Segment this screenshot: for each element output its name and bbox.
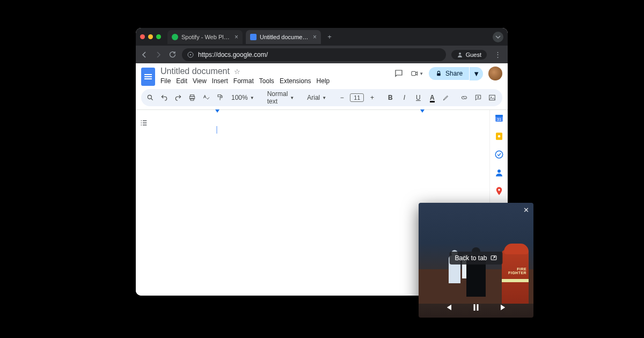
comment-history-button[interactable] xyxy=(392,67,405,80)
share-button[interactable]: Share xyxy=(429,67,469,80)
ruler-indent-right-icon[interactable] xyxy=(420,109,425,113)
spotify-favicon-icon xyxy=(172,34,178,40)
profile-button[interactable]: Guest xyxy=(451,50,487,60)
italic-button[interactable]: I xyxy=(398,91,410,104)
decrease-font-button[interactable]: − xyxy=(336,91,348,104)
style-dropdown[interactable]: Normal text▼ xyxy=(264,90,298,105)
omnibox[interactable]: https://docs.google.com/ xyxy=(182,48,446,61)
menu-format[interactable]: Format xyxy=(233,77,254,85)
meet-button[interactable]: ▼ xyxy=(411,67,423,80)
pause-button[interactable] xyxy=(471,303,481,312)
insert-image-button[interactable] xyxy=(486,91,498,104)
docs-toolbar: 100%▼ Normal text▼ Arial▼ − 11 + B I U A… xyxy=(141,89,502,106)
spellcheck-button[interactable] xyxy=(200,91,212,104)
redo-button[interactable] xyxy=(172,91,184,104)
svg-rect-1 xyxy=(190,54,191,55)
tab-docs[interactable]: Untitled document - Google D × xyxy=(246,30,321,44)
bold-button[interactable]: B xyxy=(384,91,396,104)
font-size-input[interactable]: 11 xyxy=(350,93,364,102)
guest-icon xyxy=(457,52,463,58)
text-cursor xyxy=(216,126,217,134)
keep-sidebar-icon[interactable] xyxy=(494,131,504,141)
account-avatar[interactable] xyxy=(488,67,502,80)
paint-format-button[interactable] xyxy=(214,91,226,104)
maximize-window-button[interactable] xyxy=(156,34,161,39)
svg-rect-10 xyxy=(489,95,495,100)
firefighter-text: FIRE FIGHTER xyxy=(508,267,526,275)
menu-help[interactable]: Help xyxy=(317,77,330,85)
text-color-button[interactable]: A xyxy=(426,91,438,104)
share-dropdown-button[interactable]: ▼ xyxy=(470,67,483,80)
svg-point-19 xyxy=(498,189,500,191)
show-outline-button[interactable] xyxy=(140,119,148,296)
back-button[interactable] xyxy=(140,51,149,58)
window-controls xyxy=(140,34,161,39)
guest-label: Guest xyxy=(466,52,481,58)
svg-rect-25 xyxy=(477,304,479,311)
print-button[interactable] xyxy=(186,91,198,104)
tasks-sidebar-icon[interactable] xyxy=(494,150,504,159)
add-comment-button[interactable] xyxy=(472,91,484,104)
docs-favicon-icon xyxy=(250,34,257,40)
search-menus-button[interactable] xyxy=(144,91,156,104)
forward-button[interactable] xyxy=(154,51,163,58)
document-title[interactable]: Untitled document xyxy=(160,67,230,76)
font-dropdown[interactable]: Arial▼ xyxy=(304,94,330,101)
svg-point-2 xyxy=(459,53,461,55)
menu-edit[interactable]: Edit xyxy=(176,77,187,85)
ruler-indent-left-icon[interactable] xyxy=(215,109,219,113)
pip-window[interactable]: FIRE FIGHTER ✕ Back to tab xyxy=(419,203,533,318)
address-bar: https://docs.google.com/ Guest ⋮ xyxy=(136,46,508,63)
svg-rect-8 xyxy=(191,98,194,100)
docs-logo-icon[interactable] xyxy=(141,68,155,86)
calendar-sidebar-icon[interactable]: 31 xyxy=(494,113,504,123)
next-track-button[interactable] xyxy=(499,303,509,312)
menu-bar: File Edit View Insert Format Tools Exten… xyxy=(160,77,387,85)
svg-rect-24 xyxy=(474,304,475,311)
tab-label: Spotify - Web Player: Music f xyxy=(181,34,231,40)
star-button[interactable]: ☆ xyxy=(234,68,240,76)
lock-icon xyxy=(435,70,442,77)
svg-rect-9 xyxy=(218,95,221,97)
chrome-menu-button[interactable]: ⋮ xyxy=(492,50,503,58)
url-text: https://docs.google.com/ xyxy=(198,51,268,58)
close-tab-icon[interactable]: × xyxy=(235,33,238,41)
zoom-dropdown[interactable]: 100%▼ xyxy=(228,94,258,101)
insert-link-button[interactable] xyxy=(458,91,470,104)
close-tab-icon[interactable]: × xyxy=(313,33,317,41)
more-toolbar-button[interactable]: ⋮ xyxy=(504,91,508,104)
svg-point-17 xyxy=(495,151,503,158)
share-label: Share xyxy=(445,70,463,77)
contacts-sidebar-icon[interactable] xyxy=(494,168,504,178)
tab-strip: Spotify - Web Player: Music f × Untitled… xyxy=(136,28,508,46)
back-to-tab-label: Back to tab xyxy=(455,254,487,262)
minimize-window-button[interactable] xyxy=(148,34,153,39)
reload-button[interactable] xyxy=(168,51,177,58)
tab-label: Untitled document - Google D xyxy=(260,34,310,40)
menu-insert[interactable]: Insert xyxy=(212,77,228,85)
underline-button[interactable]: U xyxy=(412,91,424,104)
pip-media-controls xyxy=(419,303,533,312)
highlight-button[interactable] xyxy=(440,91,452,104)
site-info-icon[interactable] xyxy=(187,52,194,58)
menu-tools[interactable]: Tools xyxy=(259,77,274,85)
increase-font-button[interactable]: + xyxy=(366,91,378,104)
previous-track-button[interactable] xyxy=(443,303,453,312)
menu-extensions[interactable]: Extensions xyxy=(280,77,311,85)
svg-point-5 xyxy=(148,95,151,99)
open-in-tab-icon xyxy=(491,254,497,261)
new-tab-button[interactable]: + xyxy=(324,33,335,41)
svg-text:31: 31 xyxy=(496,117,501,122)
back-to-tab-button[interactable]: Back to tab xyxy=(449,252,502,264)
undo-button[interactable] xyxy=(158,91,170,104)
tab-search-button[interactable] xyxy=(493,32,503,42)
menu-view[interactable]: View xyxy=(193,77,207,85)
svg-rect-3 xyxy=(412,71,416,76)
tab-spotify[interactable]: Spotify - Web Player: Music f × xyxy=(167,30,243,44)
maps-sidebar-icon[interactable] xyxy=(494,186,504,196)
svg-point-18 xyxy=(497,170,501,173)
pip-close-button[interactable]: ✕ xyxy=(523,206,529,214)
close-window-button[interactable] xyxy=(140,34,145,39)
menu-file[interactable]: File xyxy=(160,77,171,85)
svg-rect-4 xyxy=(437,73,441,76)
